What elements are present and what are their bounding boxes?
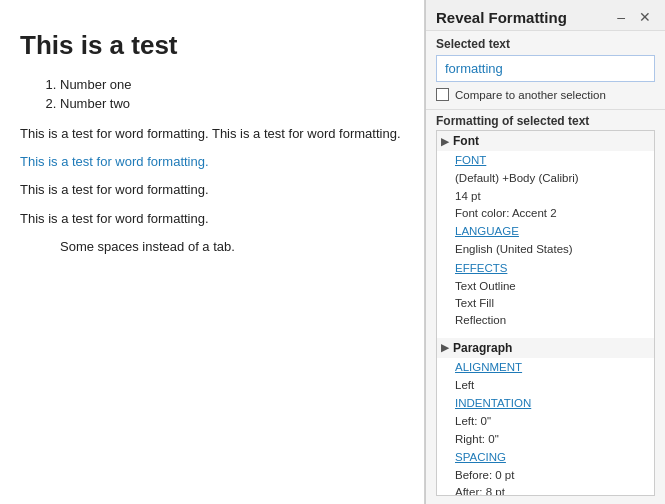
doc-title: This is a test bbox=[20, 30, 404, 61]
doc-paragraph-1: This is a test for word formatting. This… bbox=[20, 125, 404, 143]
paragraph-tree-items: ALIGNMENT Left INDENTATION Left: 0" Righ… bbox=[437, 358, 654, 497]
language-text: English (United States) bbox=[451, 241, 654, 258]
panel-title: Reveal Formatting bbox=[436, 9, 567, 26]
effects-fill-text: Text Fill bbox=[451, 295, 654, 312]
list-item: Number two bbox=[60, 96, 404, 111]
indent-right-text: Right: 0" bbox=[451, 431, 654, 448]
document-area: This is a test Number one Number two Thi… bbox=[0, 0, 425, 504]
doc-paragraph-highlight: This is a test for word formatting. bbox=[20, 153, 404, 171]
doc-paragraph-3: This is a test for word formatting. bbox=[20, 210, 404, 228]
font-body-text: (Default) +Body (Calibri) bbox=[451, 170, 654, 187]
font-size-text: 14 pt bbox=[451, 188, 654, 205]
language-link[interactable]: LANGUAGE bbox=[451, 222, 654, 241]
compare-row: Compare to another selection bbox=[436, 88, 655, 101]
doc-list: Number one Number two bbox=[60, 77, 404, 111]
font-tree-items: FONT (Default) +Body (Calibri) 14 pt Fon… bbox=[437, 151, 654, 330]
tree-group-font: ▶ Font FONT (Default) +Body (Calibri) 14… bbox=[437, 131, 654, 330]
tree-group-paragraph-header: ▶ Paragraph bbox=[437, 338, 654, 358]
reveal-formatting-panel: Reveal Formatting – ✕ Selected text Comp… bbox=[425, 0, 665, 504]
compare-label: Compare to another selection bbox=[455, 89, 606, 101]
list-item: Number one bbox=[60, 77, 404, 92]
doc-paragraph-indent: Some spaces instead of a tab. bbox=[20, 238, 404, 256]
formatting-tree[interactable]: ▶ Font FONT (Default) +Body (Calibri) 14… bbox=[436, 130, 655, 496]
alignment-link[interactable]: ALIGNMENT bbox=[451, 358, 654, 377]
effects-link[interactable]: EFFECTS bbox=[451, 259, 654, 278]
alignment-text: Left bbox=[451, 377, 654, 394]
font-link[interactable]: FONT bbox=[451, 151, 654, 170]
indentation-link[interactable]: INDENTATION bbox=[451, 394, 654, 413]
selected-text-section: Selected text Compare to another selecti… bbox=[426, 31, 665, 109]
tree-group-font-header: ▶ Font bbox=[437, 131, 654, 151]
font-group-label: Font bbox=[453, 134, 479, 148]
spacing-before-text: Before: 0 pt bbox=[451, 467, 654, 484]
doc-paragraph-2: This is a test for word formatting. bbox=[20, 181, 404, 199]
paragraph-triangle-icon: ▶ bbox=[441, 342, 449, 353]
tree-group-paragraph: ▶ Paragraph ALIGNMENT Left INDENTATION L… bbox=[437, 338, 654, 497]
spacing-after-text: After: 8 pt bbox=[451, 484, 654, 496]
effects-reflection-text: Reflection bbox=[451, 312, 654, 329]
indent-left-text: Left: 0" bbox=[451, 413, 654, 430]
compare-checkbox[interactable] bbox=[436, 88, 449, 101]
selected-text-input[interactable] bbox=[436, 55, 655, 82]
spacing-link[interactable]: SPACING bbox=[451, 448, 654, 467]
formatting-of-selected-label: Formatting of selected text bbox=[426, 109, 665, 130]
font-triangle-icon: ▶ bbox=[441, 136, 449, 147]
font-color-text: Font color: Accent 2 bbox=[451, 205, 654, 222]
paragraph-group-label: Paragraph bbox=[453, 341, 512, 355]
selected-text-label: Selected text bbox=[436, 37, 655, 51]
effects-outline-text: Text Outline bbox=[451, 278, 654, 295]
panel-header: Reveal Formatting – ✕ bbox=[426, 0, 665, 31]
panel-close-button[interactable]: ✕ bbox=[635, 8, 655, 26]
panel-collapse-button[interactable]: – bbox=[613, 8, 629, 26]
panel-controls: – ✕ bbox=[613, 8, 655, 26]
